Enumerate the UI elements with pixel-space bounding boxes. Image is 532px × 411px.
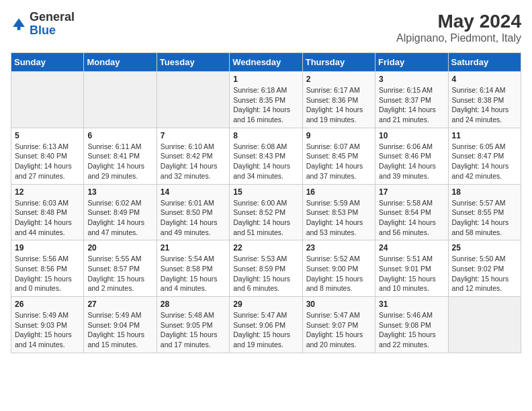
day-cell: 17Sunrise: 5:58 AM Sunset: 8:54 PM Dayli…	[375, 184, 448, 240]
day-cell: 18Sunrise: 5:57 AM Sunset: 8:55 PM Dayli…	[448, 184, 521, 240]
title-block: May 2024 Alpignano, Piedmont, Italy	[396, 11, 521, 44]
day-number: 28	[161, 300, 226, 309]
day-info: Sunrise: 6:03 AM Sunset: 8:48 PM Dayligh…	[15, 198, 80, 238]
day-cell: 4Sunrise: 6:14 AM Sunset: 8:38 PM Daylig…	[448, 72, 521, 128]
day-cell: 26Sunrise: 5:49 AM Sunset: 9:03 PM Dayli…	[11, 297, 84, 353]
day-info: Sunrise: 6:15 AM Sunset: 8:37 PM Dayligh…	[379, 85, 444, 125]
calendar-header: SundayMondayTuesdayWednesdayThursdayFrid…	[11, 53, 521, 72]
day-cell: 5Sunrise: 6:13 AM Sunset: 8:40 PM Daylig…	[11, 128, 84, 184]
calendar-body: 1Sunrise: 6:18 AM Sunset: 8:35 PM Daylig…	[11, 72, 521, 353]
day-info: Sunrise: 6:01 AM Sunset: 8:50 PM Dayligh…	[161, 198, 226, 238]
day-number: 19	[15, 243, 80, 253]
day-cell: 8Sunrise: 6:08 AM Sunset: 8:43 PM Daylig…	[230, 128, 302, 184]
day-number: 15	[233, 187, 298, 197]
week-row-1: 1Sunrise: 6:18 AM Sunset: 8:35 PM Daylig…	[11, 72, 521, 128]
day-cell: 21Sunrise: 5:54 AM Sunset: 8:58 PM Dayli…	[157, 240, 229, 297]
header-cell-saturday: Saturday	[448, 53, 521, 72]
day-cell: 24Sunrise: 5:51 AM Sunset: 9:01 PM Dayli…	[375, 240, 448, 297]
day-cell: 2Sunrise: 6:17 AM Sunset: 8:36 PM Daylig…	[302, 72, 375, 128]
day-number: 22	[233, 243, 298, 253]
day-info: Sunrise: 5:57 AM Sunset: 8:55 PM Dayligh…	[452, 198, 517, 238]
day-cell: 7Sunrise: 6:10 AM Sunset: 8:42 PM Daylig…	[157, 128, 229, 184]
day-cell: 6Sunrise: 6:11 AM Sunset: 8:41 PM Daylig…	[84, 128, 157, 184]
day-number: 9	[306, 131, 371, 140]
day-cell: 12Sunrise: 6:03 AM Sunset: 8:48 PM Dayli…	[11, 184, 84, 240]
day-number: 1	[233, 75, 298, 84]
generalblue-logo-icon	[11, 16, 27, 32]
day-number: 2	[306, 75, 371, 84]
header-cell-thursday: Thursday	[302, 53, 375, 72]
week-row-4: 19Sunrise: 5:56 AM Sunset: 8:56 PM Dayli…	[11, 240, 521, 297]
day-number: 11	[452, 131, 517, 140]
day-number: 29	[233, 300, 298, 309]
day-info: Sunrise: 5:50 AM Sunset: 9:02 PM Dayligh…	[452, 254, 517, 293]
day-number: 4	[452, 75, 517, 84]
day-number: 13	[87, 187, 152, 197]
day-number: 7	[161, 131, 226, 140]
day-number: 25	[452, 243, 517, 253]
week-row-3: 12Sunrise: 6:03 AM Sunset: 8:48 PM Dayli…	[11, 184, 521, 240]
header-cell-tuesday: Tuesday	[157, 53, 229, 72]
logo: General Blue	[11, 11, 75, 38]
day-cell	[11, 72, 84, 128]
day-number: 16	[306, 187, 371, 197]
header-cell-sunday: Sunday	[11, 53, 84, 72]
day-info: Sunrise: 5:49 AM Sunset: 9:04 PM Dayligh…	[87, 310, 152, 350]
logo-blue: Blue	[30, 24, 56, 37]
day-number: 8	[233, 131, 298, 140]
day-info: Sunrise: 5:58 AM Sunset: 8:54 PM Dayligh…	[379, 198, 444, 238]
day-info: Sunrise: 5:49 AM Sunset: 9:03 PM Dayligh…	[15, 310, 80, 350]
month-title: May 2024	[396, 11, 521, 32]
week-row-2: 5Sunrise: 6:13 AM Sunset: 8:40 PM Daylig…	[11, 128, 521, 184]
day-cell: 20Sunrise: 5:55 AM Sunset: 8:57 PM Dayli…	[84, 240, 157, 297]
day-number: 14	[161, 187, 226, 197]
day-cell: 22Sunrise: 5:53 AM Sunset: 8:59 PM Dayli…	[230, 240, 302, 297]
day-info: Sunrise: 5:51 AM Sunset: 9:01 PM Dayligh…	[379, 254, 444, 293]
day-number: 23	[306, 243, 371, 253]
logo-general: General	[30, 10, 75, 24]
day-number: 3	[379, 75, 444, 84]
day-cell	[84, 72, 157, 128]
day-info: Sunrise: 6:00 AM Sunset: 8:52 PM Dayligh…	[233, 198, 298, 238]
header-row: SundayMondayTuesdayWednesdayThursdayFrid…	[11, 53, 521, 72]
header-cell-monday: Monday	[84, 53, 157, 72]
day-cell: 28Sunrise: 5:48 AM Sunset: 9:05 PM Dayli…	[157, 297, 229, 353]
day-info: Sunrise: 6:05 AM Sunset: 8:47 PM Dayligh…	[452, 142, 517, 181]
day-number: 31	[379, 300, 444, 309]
page-header: General Blue May 2024 Alpignano, Piedmon…	[11, 11, 521, 44]
day-cell: 11Sunrise: 6:05 AM Sunset: 8:47 PM Dayli…	[448, 128, 521, 184]
day-info: Sunrise: 5:55 AM Sunset: 8:57 PM Dayligh…	[87, 254, 152, 293]
day-cell: 23Sunrise: 5:52 AM Sunset: 9:00 PM Dayli…	[302, 240, 375, 297]
week-row-5: 26Sunrise: 5:49 AM Sunset: 9:03 PM Dayli…	[11, 297, 521, 353]
day-cell	[448, 297, 521, 353]
svg-marker-0	[13, 18, 25, 27]
day-cell: 19Sunrise: 5:56 AM Sunset: 8:56 PM Dayli…	[11, 240, 84, 297]
day-info: Sunrise: 5:47 AM Sunset: 9:06 PM Dayligh…	[233, 310, 298, 350]
day-cell: 27Sunrise: 5:49 AM Sunset: 9:04 PM Dayli…	[84, 297, 157, 353]
day-info: Sunrise: 5:47 AM Sunset: 9:07 PM Dayligh…	[306, 310, 371, 350]
day-number: 17	[379, 187, 444, 197]
day-number: 6	[87, 131, 152, 140]
day-info: Sunrise: 6:06 AM Sunset: 8:46 PM Dayligh…	[379, 142, 444, 181]
day-number: 10	[379, 131, 444, 140]
day-info: Sunrise: 6:11 AM Sunset: 8:41 PM Dayligh…	[87, 142, 152, 181]
day-cell: 10Sunrise: 6:06 AM Sunset: 8:46 PM Dayli…	[375, 128, 448, 184]
day-info: Sunrise: 6:08 AM Sunset: 8:43 PM Dayligh…	[233, 142, 298, 181]
day-number: 27	[87, 300, 152, 309]
header-cell-wednesday: Wednesday	[230, 53, 302, 72]
day-info: Sunrise: 5:59 AM Sunset: 8:53 PM Dayligh…	[306, 198, 371, 238]
day-cell: 25Sunrise: 5:50 AM Sunset: 9:02 PM Dayli…	[448, 240, 521, 297]
logo-text: General Blue	[30, 11, 75, 38]
day-info: Sunrise: 5:52 AM Sunset: 9:00 PM Dayligh…	[306, 254, 371, 293]
calendar-table: SundayMondayTuesdayWednesdayThursdayFrid…	[11, 52, 521, 353]
day-info: Sunrise: 5:48 AM Sunset: 9:05 PM Dayligh…	[161, 310, 226, 350]
day-cell: 16Sunrise: 5:59 AM Sunset: 8:53 PM Dayli…	[302, 184, 375, 240]
day-cell	[157, 72, 229, 128]
day-number: 26	[15, 300, 80, 309]
day-cell: 30Sunrise: 5:47 AM Sunset: 9:07 PM Dayli…	[302, 297, 375, 353]
location: Alpignano, Piedmont, Italy	[396, 32, 521, 44]
day-info: Sunrise: 5:56 AM Sunset: 8:56 PM Dayligh…	[15, 254, 80, 293]
day-cell: 14Sunrise: 6:01 AM Sunset: 8:50 PM Dayli…	[157, 184, 229, 240]
day-info: Sunrise: 6:02 AM Sunset: 8:49 PM Dayligh…	[87, 198, 152, 238]
day-cell: 31Sunrise: 5:46 AM Sunset: 9:08 PM Dayli…	[375, 297, 448, 353]
